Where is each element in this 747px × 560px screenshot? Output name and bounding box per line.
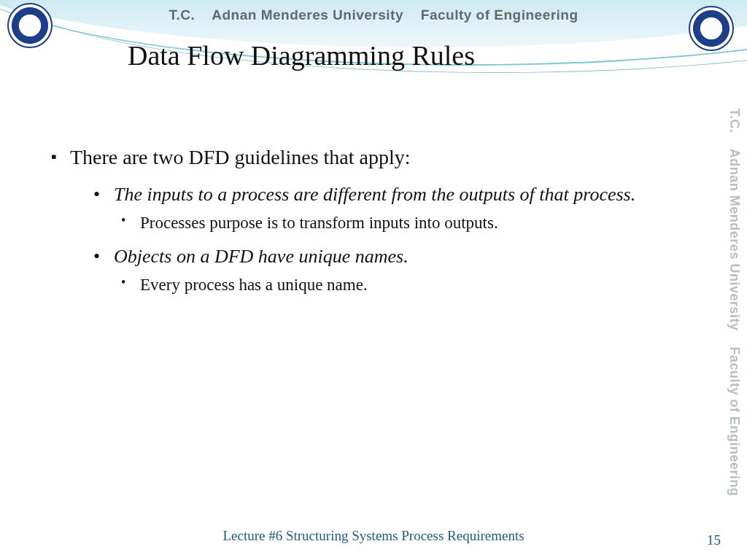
footer-page-number: 15: [707, 532, 721, 548]
header-tc: T.C.: [169, 7, 195, 23]
bullet-level1: There are two DFD guidelines that apply:: [51, 146, 696, 169]
header-faculty: Faculty of Engineering: [421, 7, 578, 23]
guideline-1-detail: Processes purpose is to transform inputs…: [121, 211, 696, 234]
guideline-1: The inputs to a process are different fr…: [93, 182, 696, 207]
slide-content: There are two DFD guidelines that apply:…: [51, 146, 696, 306]
side-watermark: T.C. Adnan Menderes University Faculty o…: [722, 88, 747, 516]
guideline-2-detail: Every process has a unique name.: [121, 273, 696, 296]
guideline-2: Objects on a DFD have unique names.: [93, 244, 696, 269]
footer-lecture-title: Lecture #6 Structuring Systems Process R…: [0, 528, 747, 544]
slide-title: Data Flow Diagramming Rules: [128, 39, 475, 71]
header-text: T.C. Adnan Menderes University Faculty o…: [0, 7, 747, 23]
footer: Lecture #6 Structuring Systems Process R…: [0, 528, 747, 548]
side-watermark-text: T.C. Adnan Menderes University Faculty o…: [727, 108, 743, 496]
header-university: Adnan Menderes University: [212, 7, 403, 23]
